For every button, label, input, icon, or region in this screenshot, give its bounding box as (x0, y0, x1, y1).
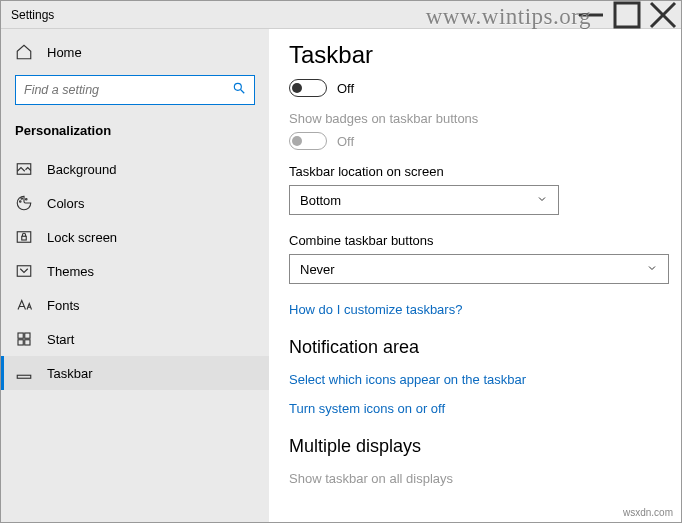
fonts-icon (15, 296, 33, 314)
svg-rect-17 (17, 375, 31, 378)
colors-icon (15, 194, 33, 212)
sidebar-item-label: Colors (47, 196, 85, 211)
combine-value: Never (300, 262, 335, 277)
sidebar-item-themes[interactable]: Themes (1, 254, 269, 288)
location-value: Bottom (300, 193, 341, 208)
taskbar-toggle[interactable] (289, 79, 327, 97)
background-icon (15, 160, 33, 178)
source-tag: wsxdn.com (623, 507, 673, 518)
home-link[interactable]: Home (1, 35, 269, 69)
chevron-down-icon (646, 262, 658, 277)
maximize-button[interactable] (609, 1, 645, 29)
customize-link[interactable]: How do I customize taskbars? (289, 302, 661, 317)
window-title: Settings (1, 8, 573, 22)
badges-toggle-state: Off (337, 134, 354, 149)
system-icons-link[interactable]: Turn system icons on or off (289, 401, 661, 416)
sidebar-item-label: Fonts (47, 298, 80, 313)
sidebar-item-background[interactable]: Background (1, 152, 269, 186)
svg-point-8 (21, 198, 23, 200)
close-button[interactable] (645, 1, 681, 29)
combine-label: Combine taskbar buttons (289, 233, 661, 248)
sidebar-item-colors[interactable]: Colors (1, 186, 269, 220)
sidebar-item-start[interactable]: Start (1, 322, 269, 356)
select-icons-link[interactable]: Select which icons appear on the taskbar (289, 372, 661, 387)
titlebar: Settings (1, 1, 681, 29)
svg-rect-1 (615, 3, 639, 27)
svg-line-5 (241, 90, 245, 94)
chevron-down-icon (536, 193, 548, 208)
search-input[interactable] (15, 75, 255, 105)
svg-rect-16 (25, 340, 30, 345)
svg-rect-12 (17, 266, 31, 277)
search-field[interactable] (24, 83, 232, 97)
svg-point-9 (26, 199, 28, 201)
themes-icon (15, 262, 33, 280)
sidebar-item-label: Start (47, 332, 74, 347)
sidebar-item-label: Themes (47, 264, 94, 279)
location-select[interactable]: Bottom (289, 185, 559, 215)
window-buttons (573, 1, 681, 29)
svg-point-4 (234, 83, 241, 90)
multi-label: Show taskbar on all displays (289, 471, 661, 486)
svg-rect-11 (22, 236, 27, 240)
svg-rect-13 (18, 333, 23, 338)
svg-rect-14 (25, 333, 30, 338)
home-icon (15, 43, 33, 61)
sidebar: Home Personalization Background Colors (1, 29, 269, 522)
sidebar-item-label: Background (47, 162, 116, 177)
taskbar-toggle-state: Off (337, 81, 354, 96)
location-label: Taskbar location on screen (289, 164, 661, 179)
combine-select[interactable]: Never (289, 254, 669, 284)
taskbar-icon (15, 364, 33, 382)
sidebar-item-label: Taskbar (47, 366, 93, 381)
sidebar-item-fonts[interactable]: Fonts (1, 288, 269, 322)
sidebar-item-label: Lock screen (47, 230, 117, 245)
svg-point-7 (20, 201, 22, 203)
badges-toggle (289, 132, 327, 150)
multi-displays-section-header: Multiple displays (289, 436, 661, 457)
badges-label: Show badges on taskbar buttons (289, 111, 661, 126)
start-icon (15, 330, 33, 348)
minimize-button[interactable] (573, 1, 609, 29)
page-title: Taskbar (289, 41, 661, 69)
sidebar-item-lockscreen[interactable]: Lock screen (1, 220, 269, 254)
sidebar-item-taskbar[interactable]: Taskbar (1, 356, 269, 390)
lockscreen-icon (15, 228, 33, 246)
category-header: Personalization (1, 119, 269, 152)
search-icon (232, 81, 246, 99)
notification-section-header: Notification area (289, 337, 661, 358)
main-content: Taskbar Off Show badges on taskbar butto… (269, 29, 681, 522)
svg-rect-15 (18, 340, 23, 345)
home-label: Home (47, 45, 82, 60)
